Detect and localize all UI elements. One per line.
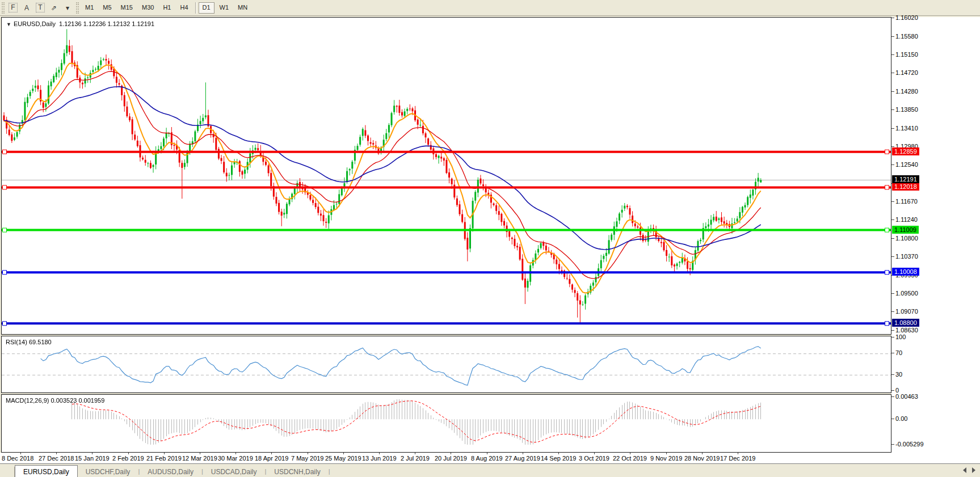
price-tick-label: 1.09500 <box>895 290 941 297</box>
price-axis[interactable]: 1.160201.155801.151501.147201.142801.138… <box>891 17 980 453</box>
tab-usdchf[interactable]: USDCHF,Daily <box>78 466 138 477</box>
tf-button-M5[interactable]: M5 <box>99 2 115 14</box>
price-tick-mark <box>891 293 894 294</box>
date-tick-mark <box>271 453 272 454</box>
hline-price-tag: 1.10008 <box>892 268 919 276</box>
ohlc-open: 1.12136 <box>59 20 82 27</box>
tf-button-W1[interactable]: W1 <box>216 2 233 14</box>
toolbar: FAT⇗▾ M1M5M15M30H1H4D1W1MN <box>0 0 980 16</box>
date-tick-mark <box>164 453 165 454</box>
main-chart-panel[interactable]: ▼EURUSD,Daily 1.121361.122361.121321.121… <box>1 17 891 335</box>
timeframes-toolbar: M1M5M15M30H1H4D1W1MN <box>81 2 252 14</box>
arrows-dropdown-caret[interactable]: ▾ <box>61 2 74 14</box>
price-tick-label: 1.14720 <box>895 69 941 76</box>
tab-audusd[interactable]: AUDUSD,Daily <box>140 466 201 477</box>
rsi-canvas[interactable] <box>2 336 891 392</box>
date-tick-label: 3 Oct 2019 <box>579 455 609 462</box>
date-tick-mark <box>235 453 236 454</box>
tab-scroll-right-icon[interactable] <box>972 467 975 473</box>
macd-tick-label: -0.005299 <box>895 441 941 448</box>
date-tick-mark <box>702 453 703 454</box>
tf-button-M15[interactable]: M15 <box>117 2 137 14</box>
date-tick-mark <box>379 453 380 454</box>
tab-usdcad[interactable]: USDCAD,Daily <box>203 466 265 477</box>
tab-usdcnh[interactable]: USDCNH,Daily <box>266 466 328 477</box>
toolbar-grip-2[interactable] <box>76 2 79 14</box>
date-tick-label: 13 Jun 2019 <box>362 455 397 462</box>
date-tick-mark <box>56 453 57 454</box>
chart-title-caret-icon[interactable]: ▼ <box>6 22 11 27</box>
date-tick-label: 2 Feb 2019 <box>112 455 144 462</box>
date-tick-mark <box>558 453 559 454</box>
price-tick-mark <box>891 330 894 331</box>
price-tick-mark <box>891 91 894 92</box>
date-tick-mark <box>308 453 308 454</box>
date-tick-label: 28 Nov 2019 <box>684 455 720 462</box>
date-tick-mark <box>738 453 738 454</box>
date-tick-mark <box>451 453 451 454</box>
hline-price-tag: 1.08800 <box>892 319 919 327</box>
date-tick-label: 12 Mar 2019 <box>182 455 217 462</box>
price-tick-label: 1.14280 <box>895 88 941 95</box>
date-tick-label: 25 May 2019 <box>325 455 361 462</box>
current-price-tag: 1.12191 <box>892 175 919 183</box>
chart-tab-bar: EURUSD,DailyUSDCHF,Daily|AUDUSD,Daily|US… <box>0 464 980 477</box>
price-tick-mark <box>891 128 894 129</box>
price-tick-label: 1.13850 <box>895 106 941 113</box>
rsi-indicator-panel[interactable]: RSI(14) 69.5180 <box>1 336 891 393</box>
date-tick-label: 7 May 2019 <box>291 455 323 462</box>
date-tick-mark <box>92 453 92 454</box>
tf-button-H4[interactable]: H4 <box>176 2 192 14</box>
date-tick-label: 9 Nov 2019 <box>650 455 682 462</box>
tf-button-M30[interactable]: M30 <box>138 2 158 14</box>
date-tick-label: 27 Aug 2019 <box>505 455 540 462</box>
price-tick-mark <box>891 337 894 337</box>
date-tick-label: 15 Jan 2019 <box>75 455 110 462</box>
hline-price-tag: 1.12859 <box>892 147 919 155</box>
ohlc-high: 1.12236 <box>83 20 106 27</box>
date-tick-mark <box>523 453 523 454</box>
chart-title: ▼EURUSD,Daily 1.121361.122361.121321.121… <box>6 20 156 27</box>
arrows-tool-icon[interactable]: ⇗ <box>48 2 60 14</box>
chart-symbol-period: EURUSD,Daily <box>14 20 56 27</box>
ohlc-close: 1.12191 <box>132 20 154 27</box>
text-tool-icon[interactable]: A <box>20 2 33 14</box>
candlestick-chart-canvas[interactable] <box>2 18 891 334</box>
date-tick-label: 8 Dec 2018 <box>2 455 33 462</box>
tf-button-MN[interactable]: MN <box>234 2 251 14</box>
price-tick-label: 1.11240 <box>895 216 941 223</box>
hline-price-tag: 1.12018 <box>892 183 919 191</box>
date-tick-mark <box>487 453 487 454</box>
text-label-tool-icon[interactable]: T <box>34 2 47 14</box>
macd-indicator-panel[interactable]: MACD(12,26,9) 0.003523 0.001959 <box>1 394 891 453</box>
date-tick-mark <box>200 453 200 454</box>
tab-scroll-left-icon[interactable] <box>963 467 966 473</box>
date-tick-label: 30 Mar 2019 <box>218 455 253 462</box>
macd-tick-label: 0.00 <box>895 415 941 422</box>
tab-scroll-buttons <box>963 467 975 473</box>
date-tick-label: 27 Dec 2018 <box>39 455 74 462</box>
tf-button-H1[interactable]: H1 <box>159 2 175 14</box>
date-tick-label: 17 Dec 2019 <box>720 455 755 462</box>
tab-eurusd[interactable]: EURUSD,Daily <box>15 465 78 477</box>
macd-canvas[interactable] <box>2 395 891 452</box>
tf-button-M1[interactable]: M1 <box>81 2 98 14</box>
fibonacci-tool-icon[interactable]: F <box>7 2 19 14</box>
toolbar-grip[interactable] <box>2 2 5 14</box>
tab-bar-stub <box>0 467 15 477</box>
price-tick-mark <box>891 444 894 445</box>
price-tick-label: 1.10370 <box>895 253 941 260</box>
price-tick-label: 1.15150 <box>895 51 941 58</box>
price-tick-mark <box>891 256 894 257</box>
price-tick-mark <box>891 36 894 37</box>
date-axis[interactable]: 8 Dec 201827 Dec 201815 Jan 20192 Feb 20… <box>0 453 980 463</box>
tf-button-D1[interactable]: D1 <box>199 2 214 14</box>
hline-price-tag: 1.11009 <box>892 226 919 234</box>
date-tick-mark <box>594 453 595 454</box>
price-tick-label: 1.13410 <box>895 125 941 132</box>
price-tick-mark <box>891 146 894 147</box>
price-tick-label: 1.09070 <box>895 308 941 315</box>
price-tick-mark <box>891 109 894 110</box>
date-tick-label: 21 Feb 2019 <box>146 455 182 462</box>
price-tick-mark <box>891 201 894 202</box>
